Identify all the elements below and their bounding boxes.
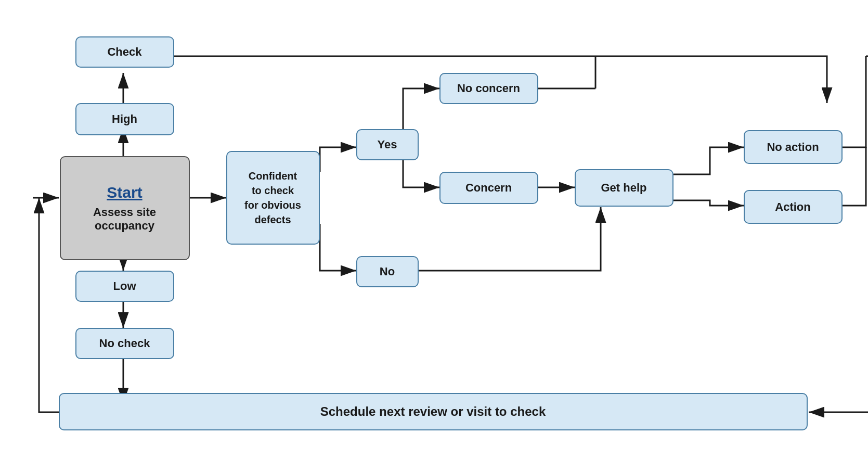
flowchart-diagram: Check High Start Assess site occupancy L…	[23, 16, 845, 442]
confident-node: Confident to check for obvious defects	[226, 151, 320, 245]
concern-node: Concern	[439, 172, 538, 204]
start-node: Start Assess site occupancy	[60, 156, 190, 260]
check-node: Check	[75, 36, 174, 68]
schedule-bar: Schedule next review or visit to check	[59, 393, 808, 430]
no-node: No	[356, 256, 419, 287]
no-concern-node: No concern	[439, 73, 538, 104]
low-node: Low	[75, 271, 174, 302]
no-action-node: No action	[744, 130, 843, 164]
get-help-node: Get help	[575, 169, 673, 207]
no-check-node: No check	[75, 328, 174, 359]
action-node: Action	[744, 190, 843, 224]
yes-node: Yes	[356, 129, 419, 160]
high-node: High	[75, 103, 174, 135]
